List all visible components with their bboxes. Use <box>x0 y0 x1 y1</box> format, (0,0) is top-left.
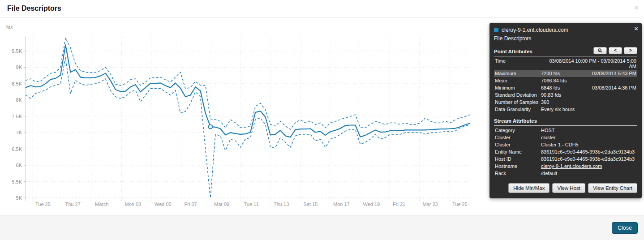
svg-text:Mon 17: Mon 17 <box>333 201 350 207</box>
attr-row-granularity: Data Granularity Every six hours <box>494 106 637 113</box>
hide-minmax-button[interactable]: Hide Min/Max <box>508 183 550 193</box>
next-point-button[interactable]: > <box>624 47 637 54</box>
page-title: File Descriptors <box>7 4 61 13</box>
panel-hostname: cleroy-9-1.ent.cloudera.com <box>502 27 568 33</box>
attr-row-entity-name: Entity Name 836191c6-e9e0-4465-993b-e2da… <box>494 148 637 155</box>
svg-text:9.5K: 9.5K <box>12 48 22 54</box>
panel-metric-name: File Descriptors <box>494 35 637 42</box>
attr-row-samples: Number of Samples 360 <box>494 99 637 106</box>
attr-row-hostname: Hostname cleroy-9-1.ent.cloudera.com <box>494 163 637 170</box>
chart-area: fds 9.5K9K8.5K8K7.5K7K6.5K6K5.5K5KTue 25… <box>0 17 484 215</box>
svg-text:8K: 8K <box>16 97 22 103</box>
svg-text:Thu 13: Thu 13 <box>274 201 289 207</box>
attr-row-stddev: Standard Deviation 90.83 fds <box>494 91 637 99</box>
svg-text:Tue 25: Tue 25 <box>35 201 51 207</box>
svg-text:Sat 15: Sat 15 <box>304 201 318 207</box>
stream-attributes-title: Stream Attributes <box>494 118 537 124</box>
hostname-link[interactable]: cleroy-9-1.ent.cloudera.com <box>541 163 636 169</box>
svg-text:Tue 25: Tue 25 <box>452 201 468 207</box>
point-attributes-rows: Time 03/08/2014 10:00 PM - 03/09/2014 5:… <box>494 57 637 113</box>
stream-attributes-header: Stream Attributes <box>494 118 637 126</box>
svg-text:Fri 07: Fri 07 <box>185 201 197 207</box>
modal-header: File Descriptors × <box>0 0 644 17</box>
attr-row-mean: Mean 7066.84 fds <box>494 77 637 84</box>
point-attributes-header: Point Attributes < > <box>494 47 637 56</box>
svg-text:Tue 11: Tue 11 <box>244 201 259 207</box>
svg-text:Mar 09: Mar 09 <box>214 201 229 207</box>
attr-row-cluster: Cluster cluster <box>494 134 637 141</box>
attr-row-time: Time 03/08/2014 10:00 PM - 03/09/2014 5:… <box>494 57 637 70</box>
svg-text:Wed 05: Wed 05 <box>155 201 172 207</box>
svg-text:Fri 21: Fri 21 <box>393 201 405 207</box>
point-details-panel: × cleroy-9-1.ent.cloudera.com File Descr… <box>489 23 642 198</box>
attr-row-minimum: Minimum 6848 fds 03/08/2014 4:36 PM <box>494 84 637 91</box>
magnifier-icon <box>598 48 602 53</box>
svg-text:9K: 9K <box>16 64 22 70</box>
svg-text:March: March <box>95 201 109 207</box>
point-nav-buttons: < > <box>593 47 637 54</box>
series-color-swatch <box>494 28 498 32</box>
stream-attributes-rows: Category HOST Cluster cluster Cluster Cl… <box>494 127 637 177</box>
panel-close-icon[interactable]: × <box>634 25 638 32</box>
svg-text:7.5K: 7.5K <box>12 114 22 119</box>
view-entity-chart-button[interactable]: View Entity Chart <box>588 183 637 193</box>
svg-text:8.5K: 8.5K <box>12 81 22 86</box>
view-host-button[interactable]: View Host <box>552 183 585 193</box>
svg-text:Thu 27: Thu 27 <box>65 201 81 207</box>
panel-host-row: cleroy-9-1.ent.cloudera.com <box>494 27 637 33</box>
attr-row-cluster-name: Cluster Cluster 1 - CDH5 <box>494 141 637 148</box>
panel-action-buttons: Hide Min/Max View Host View Entity Chart <box>494 183 637 193</box>
zoom-to-point-button[interactable] <box>593 47 607 54</box>
svg-text:6K: 6K <box>16 163 22 168</box>
attr-row-maximum[interactable]: Maximum 7200 fds 03/08/2014 5:43 PM <box>494 70 637 77</box>
prev-point-button[interactable]: < <box>609 47 622 54</box>
svg-text:Mar 23: Mar 23 <box>423 201 438 207</box>
close-button[interactable]: Close <box>612 222 638 234</box>
attr-row-rack: Rack /default <box>494 170 637 177</box>
svg-text:7K: 7K <box>16 130 22 135</box>
svg-text:5.5K: 5.5K <box>12 179 22 184</box>
attr-row-host-id: Host ID 836191c6-e9e0-4465-993b-e2da3c91… <box>494 155 637 163</box>
modal-footer: Close <box>0 215 644 240</box>
svg-text:6.5K: 6.5K <box>12 146 22 152</box>
attr-row-category: Category HOST <box>494 127 637 134</box>
file-descriptors-modal: File Descriptors × fds 9.5K9K8.5K8K7.5K7… <box>0 0 644 240</box>
svg-text:Wed 19: Wed 19 <box>363 201 380 207</box>
svg-text:5K: 5K <box>16 195 22 201</box>
file-descriptors-chart[interactable]: 9.5K9K8.5K8K7.5K7K6.5K6K5.5K5KTue 25Thu … <box>0 17 484 215</box>
point-attributes-title: Point Attributes <box>494 49 532 54</box>
modal-close-icon[interactable]: × <box>634 4 639 13</box>
svg-text:Mon 03: Mon 03 <box>125 201 142 207</box>
